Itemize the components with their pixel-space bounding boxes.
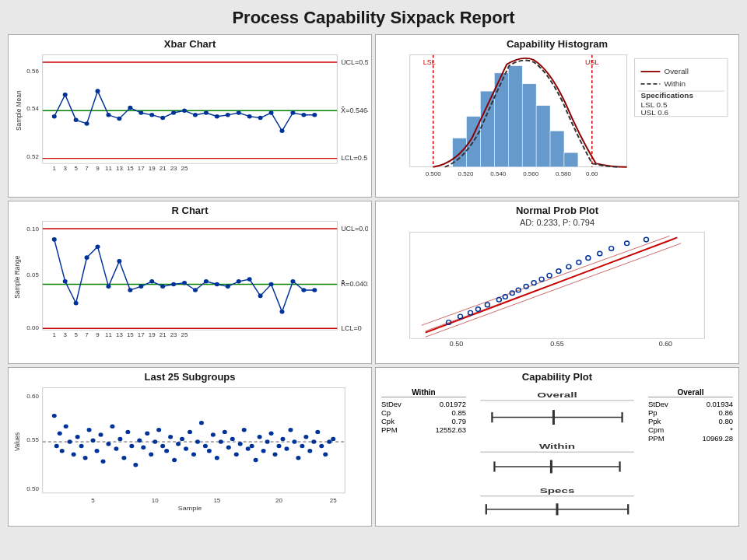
svg-point-212	[269, 431, 274, 435]
svg-point-157	[58, 431, 62, 435]
svg-point-217	[288, 428, 293, 432]
svg-point-197	[211, 432, 216, 436]
svg-point-214	[277, 444, 282, 448]
svg-text:15: 15	[213, 497, 220, 504]
svg-point-195	[203, 444, 208, 448]
svg-point-172	[114, 446, 118, 450]
svg-text:0.05: 0.05	[26, 271, 38, 278]
svg-text:3: 3	[63, 332, 66, 339]
svg-point-166	[91, 439, 96, 443]
svg-point-19	[215, 114, 219, 119]
within-cp-label: Cp	[381, 408, 391, 417]
within-stdev-label: StDev	[381, 400, 402, 408]
svg-text:0.50: 0.50	[450, 340, 464, 348]
svg-point-225	[319, 444, 324, 448]
svg-point-106	[312, 288, 317, 292]
svg-text:17: 17	[138, 166, 145, 173]
svg-point-167	[95, 449, 100, 453]
svg-point-199	[219, 439, 223, 443]
overall-stdev-label: StDev	[648, 400, 668, 408]
within-cpk-value: 0.79	[452, 417, 467, 425]
svg-point-27	[301, 113, 306, 117]
svg-rect-61	[550, 131, 564, 166]
svg-point-10	[117, 117, 121, 121]
overall-pp-label: Pp	[648, 408, 658, 417]
capability-plot-area: Within StDev 0.01972 Cp 0.85 Cpk 0.79 P	[379, 384, 735, 520]
normal-prob-plot-area: 0.50 0.55 0.60	[379, 229, 735, 353]
capability-histogram-panel: Capability Histogram LSL USL	[375, 34, 739, 198]
svg-point-23	[258, 116, 263, 121]
svg-text:Within: Within	[539, 443, 575, 450]
svg-text:0.55: 0.55	[550, 340, 564, 348]
svg-point-200	[223, 430, 227, 434]
xbar-chart-title: Xbar Chart	[12, 38, 368, 50]
svg-point-163	[79, 444, 84, 448]
last25-title: Last 25 Subgroups	[12, 371, 368, 383]
svg-point-105	[301, 288, 306, 292]
last25-area: 0.60 0.55 0.50 5 10 15 20 25 Sample Valu…	[12, 384, 368, 514]
svg-text:1: 1	[53, 166, 56, 173]
overall-ppm-label: PPM	[648, 434, 665, 443]
svg-point-223	[311, 439, 316, 443]
capability-histogram-title: Capability Histogram	[379, 38, 735, 50]
svg-point-104	[290, 279, 295, 284]
xbar-chart-panel: Xbar Chart	[8, 34, 372, 198]
svg-point-224	[315, 430, 320, 434]
svg-point-202	[230, 437, 235, 441]
svg-point-17	[193, 113, 198, 117]
svg-text:23: 23	[170, 166, 177, 173]
svg-point-190	[184, 446, 188, 450]
svg-point-159	[64, 424, 68, 428]
svg-point-204	[238, 442, 243, 446]
svg-point-92	[160, 285, 165, 289]
svg-text:Overall: Overall	[537, 391, 577, 399]
svg-point-8	[96, 89, 100, 93]
svg-text:11: 11	[105, 332, 112, 339]
svg-text:UCL=0.0918: UCL=0.0918	[341, 225, 368, 233]
svg-point-181	[149, 453, 153, 457]
r-chart-panel: R Chart	[8, 201, 372, 364]
svg-point-91	[149, 279, 154, 284]
svg-text:0.60: 0.60	[26, 393, 38, 400]
within-ppm-row: PPM 12552.63	[381, 425, 466, 434]
svg-point-12	[139, 110, 143, 115]
svg-point-219	[296, 456, 300, 460]
xbar-chart-svg: UCL=0.57578 X̄=0.54646 LCL=0.51714 0.56 …	[12, 51, 368, 185]
svg-point-24	[269, 110, 274, 115]
svg-point-188	[176, 442, 181, 446]
svg-text:9: 9	[96, 166, 99, 173]
capability-plot-title: Capability Plot	[379, 371, 735, 383]
within-ppm-value: 12552.63	[435, 425, 466, 434]
normal-prob-plot-subtitle: AD: 0.233, P: 0.794	[379, 218, 735, 227]
svg-text:Sample Range: Sample Range	[13, 255, 21, 298]
svg-point-164	[83, 456, 88, 460]
svg-point-158	[60, 449, 65, 453]
svg-point-210	[261, 449, 266, 453]
svg-point-102	[269, 282, 274, 287]
within-ppm-label: PPM	[381, 425, 398, 434]
svg-point-4	[52, 114, 57, 119]
normal-prob-svg: 0.50 0.55 0.60	[379, 229, 735, 353]
overall-stdev-value: 0.01934	[707, 400, 733, 408]
svg-text:13: 13	[116, 166, 123, 173]
svg-text:Sample Mean: Sample Mean	[15, 90, 23, 131]
normal-prob-plot-panel: Normal Prob Plot AD: 0.233, P: 0.794	[375, 201, 739, 364]
svg-point-13	[149, 113, 154, 117]
svg-text:UCL=0.57578: UCL=0.57578	[341, 58, 368, 66]
svg-point-186	[168, 435, 173, 439]
svg-point-193	[195, 439, 200, 443]
within-cp-value: 0.85	[452, 408, 467, 417]
svg-text:25: 25	[330, 497, 337, 504]
svg-text:Values: Values	[13, 432, 21, 451]
svg-point-87	[106, 285, 110, 289]
charts-grid: Xbar Chart	[8, 34, 739, 527]
svg-point-160	[68, 439, 72, 443]
svg-text:Specifications: Specifications	[641, 92, 693, 100]
svg-text:5: 5	[74, 166, 77, 173]
svg-point-218	[292, 439, 296, 443]
svg-point-94	[182, 281, 187, 285]
svg-point-15	[171, 110, 176, 115]
overall-ppm-value: 10969.28	[702, 434, 733, 443]
svg-text:0.60: 0.60	[586, 170, 598, 177]
svg-point-206	[246, 446, 251, 450]
